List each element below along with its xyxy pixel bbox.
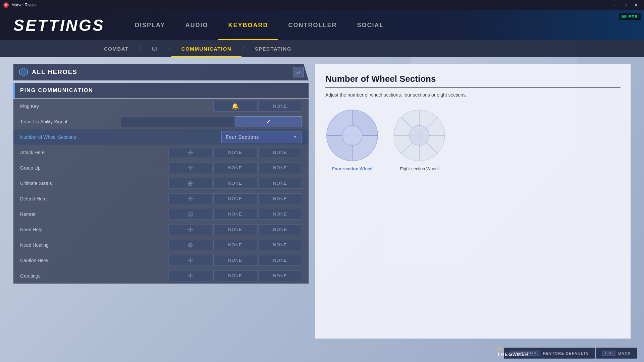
right-panel: Number of Wheel Sections Adjust the numb… xyxy=(315,64,631,339)
need-healing-row: Need Healing ⊕ NONE NONE xyxy=(13,237,309,253)
svg-marker-1 xyxy=(21,70,26,74)
ultimate-status-ping-button[interactable]: ⊕ xyxy=(168,178,212,189)
ping-key-button[interactable]: 🔔 xyxy=(213,101,257,112)
crosshair-icon-9: ✛ xyxy=(187,272,193,280)
hero-selector: ALL HEROES ⇄ xyxy=(13,64,309,80)
need-help-key2[interactable]: NONE xyxy=(258,224,302,235)
maximize-button[interactable]: □ xyxy=(621,1,630,9)
tab-audio[interactable]: AUDIO xyxy=(175,10,218,40)
subtab-combat[interactable]: COMBAT xyxy=(94,40,139,57)
crosshair-icon-4: ✛ xyxy=(187,195,193,203)
eight-section-option[interactable]: Eight-section Wheel xyxy=(392,109,446,171)
restore-defaults-label: RESTORE DEFAULTS xyxy=(543,351,589,355)
team-up-check-button[interactable]: ✓ xyxy=(235,116,302,127)
wheel-options: Four-section Wheel xyxy=(325,109,621,171)
back-button[interactable]: ESC BACK xyxy=(596,348,637,359)
attack-here-ping-button[interactable]: ✛ xyxy=(168,147,212,158)
hero-name: ALL HEROES xyxy=(32,69,293,76)
need-help-label: Need Help xyxy=(20,227,168,232)
need-help-key1[interactable]: NONE xyxy=(213,224,257,235)
tab-keyboard[interactable]: KEYBOARD xyxy=(218,10,278,40)
ping-key-label: Ping Key xyxy=(20,104,213,109)
retreat-key1[interactable]: NONE xyxy=(213,209,257,220)
defend-here-label: Defend Here xyxy=(20,196,168,201)
wheel-sections-row: Number of Wheel Sections Four Sections ▼ xyxy=(13,129,309,145)
subtab-spectating[interactable]: SPECTATING xyxy=(245,40,302,57)
crosshair-icon-2: ✛ xyxy=(187,164,193,172)
four-section-option[interactable]: Four-section Wheel xyxy=(325,109,379,171)
defend-here-ping-button[interactable]: ✛ xyxy=(168,193,212,204)
crosshair-icon-6: ✛ xyxy=(187,226,193,234)
caution-here-key1[interactable]: NONE xyxy=(213,255,257,266)
attack-here-key1[interactable]: NONE xyxy=(213,147,257,158)
thegamer-logo-icon: ⚙ xyxy=(497,346,502,352)
crosshair-icon-8: ✛ xyxy=(187,256,193,264)
greetings-row: Greetings ✛ NONE NONE xyxy=(13,268,309,284)
content-area: ALL HEROES ⇄ PING COMMUNICATION Ping Key… xyxy=(0,57,644,345)
header: SETTINGS DISPLAY AUDIO KEYBOARD CONTROLL… xyxy=(0,10,644,40)
caution-here-key2[interactable]: NONE xyxy=(258,255,302,266)
separator-1: / xyxy=(140,45,142,53)
four-section-wheel-graphic xyxy=(325,109,379,162)
attack-here-key2[interactable]: NONE xyxy=(258,147,302,158)
main-container: SETTINGS DISPLAY AUDIO KEYBOARD CONTROLL… xyxy=(0,10,644,362)
wheel-sections-label: Number of Wheel Sections xyxy=(20,134,221,140)
greetings-key1[interactable]: NONE xyxy=(213,270,257,281)
tab-controller[interactable]: CONTROLLER xyxy=(278,10,347,40)
subtab-communication[interactable]: COMMUNICATION xyxy=(171,40,241,57)
titlebar: M Marvel Rivals — □ ✕ xyxy=(0,0,644,10)
wheel-sections-dropdown[interactable]: Four Sections ▼ xyxy=(221,131,302,143)
fps-counter: 59 FPS xyxy=(619,13,641,20)
need-help-row: Need Help ✛ NONE NONE xyxy=(13,222,309,237)
need-healing-label: Need Healing xyxy=(20,242,168,248)
crosshair-icon-7: ⊕ xyxy=(187,241,193,249)
group-up-key1[interactable]: NONE xyxy=(213,163,257,173)
tab-display[interactable]: DISPLAY xyxy=(125,10,175,40)
hero-swap-button[interactable]: ⇄ xyxy=(293,67,304,77)
app-title: Marvel Rivals xyxy=(11,3,36,7)
group-up-row: Group Up ✛ NONE NONE xyxy=(13,160,309,176)
retreat-ping-button[interactable]: ◎ xyxy=(168,209,212,220)
greetings-ping-button[interactable]: ✛ xyxy=(168,270,212,281)
ultimate-status-key1[interactable]: NONE xyxy=(213,178,257,189)
subtab-ui[interactable]: UI xyxy=(142,40,168,57)
caution-here-label: Caution Here xyxy=(20,258,168,263)
ultimate-status-key2[interactable]: NONE xyxy=(258,178,302,189)
tab-social[interactable]: SOCIAL xyxy=(347,10,394,40)
greetings-key2[interactable]: NONE xyxy=(258,270,302,281)
chevron-down-icon: ▼ xyxy=(293,135,298,139)
dropdown-value: Four Sections xyxy=(226,134,259,140)
retreat-row: Retreat ◎ NONE NONE xyxy=(13,206,309,222)
ping-key-none[interactable]: NONE xyxy=(258,101,302,112)
separator-2: / xyxy=(169,45,171,53)
left-panel: ALL HEROES ⇄ PING COMMUNICATION Ping Key… xyxy=(13,64,309,339)
sub-nav: COMBAT / UI / COMMUNICATION / SPECTATING xyxy=(0,40,644,57)
team-up-key-empty[interactable] xyxy=(121,116,235,127)
hero-icon xyxy=(18,67,29,77)
defend-here-key2[interactable]: NONE xyxy=(258,193,302,204)
page-title: SETTINGS xyxy=(13,16,105,35)
app-icon: M xyxy=(3,2,9,8)
need-healing-key2[interactable]: NONE xyxy=(258,240,302,250)
group-up-ping-button[interactable]: ✛ xyxy=(168,163,212,173)
group-up-label: Group Up xyxy=(20,165,168,171)
caution-here-row: Caution Here ✛ NONE NONE xyxy=(13,253,309,268)
attack-here-label: Attack Here xyxy=(20,150,168,155)
greetings-label: Greetings xyxy=(20,273,168,279)
need-healing-key1[interactable]: NONE xyxy=(213,240,257,250)
need-healing-ping-button[interactable]: ⊕ xyxy=(168,240,212,250)
defend-here-row: Defend Here ✛ NONE NONE xyxy=(13,191,309,206)
need-help-ping-button[interactable]: ✛ xyxy=(168,224,212,235)
section-title: PING COMMUNICATION xyxy=(20,87,93,94)
close-button[interactable]: ✕ xyxy=(631,1,641,9)
group-up-key2[interactable]: NONE xyxy=(258,163,302,173)
four-section-label: Four-section Wheel xyxy=(332,166,373,171)
caution-here-ping-button[interactable]: ✛ xyxy=(168,255,212,266)
defend-here-key1[interactable]: NONE xyxy=(213,193,257,204)
eight-section-label: Eight-section Wheel xyxy=(400,166,439,171)
retreat-key2[interactable]: NONE xyxy=(258,209,302,220)
svg-point-12 xyxy=(409,125,429,145)
titlebar-left: M Marvel Rivals xyxy=(3,2,36,8)
minimize-button[interactable]: — xyxy=(610,1,619,9)
back-label: BACK xyxy=(618,351,631,355)
